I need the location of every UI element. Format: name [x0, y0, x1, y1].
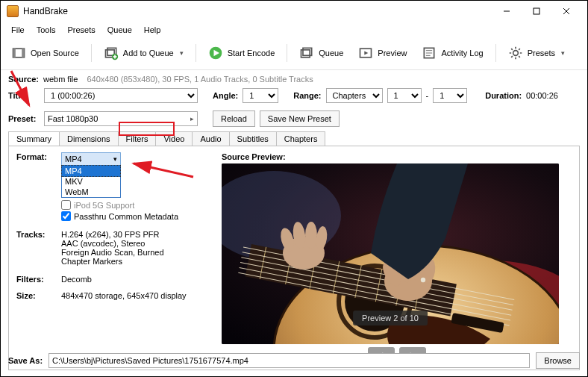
- svg-rect-6: [22, 49, 24, 57]
- save-new-preset-button[interactable]: Save New Preset: [260, 110, 340, 127]
- preset-select[interactable]: Fast 1080p30▸: [44, 111, 198, 126]
- tab-chapters[interactable]: Chapters: [276, 131, 326, 146]
- passthru-checkbox[interactable]: [61, 211, 71, 221]
- open-source-button[interactable]: Open Source: [5, 43, 85, 63]
- angle-select[interactable]: 1: [243, 88, 278, 103]
- duration-label: Duration:: [485, 91, 522, 100]
- svg-rect-1: [534, 8, 539, 14]
- save-as-row: Save As: Browse: [1, 349, 587, 373]
- tab-dimensions[interactable]: Dimensions: [59, 131, 118, 146]
- title-bar: HandBrake: [1, 1, 587, 22]
- tab-filters[interactable]: Filters: [118, 131, 157, 146]
- preset-row: Preset: Fast 1080p30▸ Reload Save New Pr…: [8, 110, 580, 127]
- menu-bar: File Tools Presets Queue Help: [1, 22, 587, 40]
- chevron-down-icon: ▾: [561, 49, 565, 57]
- title-row: Title: 1 (00:00:26) Angle: 1 Range: Chap…: [8, 88, 580, 103]
- menu-presets[interactable]: Presets: [61, 23, 101, 37]
- film-icon: [11, 46, 26, 60]
- preview-button[interactable]: Preview: [352, 43, 413, 63]
- range-dash: -: [426, 91, 429, 100]
- format-option-webm[interactable]: WebM: [62, 187, 120, 197]
- format-select[interactable]: MP4▾: [61, 152, 121, 166]
- preset-label: Preset:: [8, 114, 40, 123]
- source-preview-caption: Source Preview:: [222, 152, 572, 161]
- source-info: 640x480 (853x480), 30 FPS, 1 Audio Track…: [87, 75, 313, 84]
- duration-value: 00:00:26: [526, 91, 558, 100]
- toolbar: Open Source Add to Queue ▾ Start Encode …: [1, 40, 587, 70]
- queue-button[interactable]: Queue: [293, 43, 349, 63]
- menu-help[interactable]: Help: [138, 23, 167, 37]
- tab-summary[interactable]: Summary: [8, 131, 60, 146]
- app-icon: [7, 5, 19, 17]
- save-as-label: Save As:: [8, 356, 43, 365]
- svg-point-56: [421, 278, 425, 282]
- activity-log-button[interactable]: Activity Log: [416, 43, 489, 63]
- app-title: HandBrake: [23, 6, 68, 16]
- browse-button[interactable]: Browse: [536, 352, 580, 369]
- close-button[interactable]: [551, 2, 581, 20]
- minimize-button[interactable]: [492, 2, 522, 20]
- maximize-button[interactable]: [522, 2, 551, 20]
- size-label: Size:: [16, 291, 61, 300]
- tab-subtitles[interactable]: Subtitles: [229, 131, 277, 146]
- title-select[interactable]: 1 (00:00:26): [44, 88, 198, 103]
- title-label: Title:: [8, 91, 40, 100]
- summary-panel: Format: MP4▾ MP4 MKV WebM: [8, 146, 580, 370]
- tracks-list: H.264 (x264), 30 FPS PFR AAC (avcodec), …: [61, 230, 207, 266]
- angle-label: Angle:: [213, 91, 238, 100]
- format-label: Format:: [16, 152, 61, 222]
- menu-tools[interactable]: Tools: [31, 23, 62, 37]
- filters-label: Filters:: [16, 275, 61, 284]
- source-row: Source: webm file 640x480 (853x480), 30 …: [8, 75, 580, 84]
- svg-rect-5: [13, 49, 16, 57]
- play-icon: [208, 46, 223, 60]
- format-dropdown-list: MP4 MKV WebM: [61, 165, 121, 198]
- tab-audio[interactable]: Audio: [192, 131, 229, 146]
- range-to-select[interactable]: 1: [433, 88, 467, 103]
- size-value: 484x470 storage, 645x470 display: [61, 291, 207, 300]
- ipod-label: iPod 5G Support: [74, 201, 134, 210]
- tab-video[interactable]: Video: [155, 131, 193, 146]
- svg-point-49: [305, 222, 317, 249]
- gear-icon: [508, 46, 523, 60]
- chevron-down-icon: ▾: [180, 49, 184, 57]
- save-as-input[interactable]: [49, 353, 530, 368]
- menu-queue[interactable]: Queue: [101, 23, 138, 37]
- source-name: webm file: [43, 75, 78, 84]
- presets-button[interactable]: Presets ▾: [502, 43, 571, 63]
- filters-value: Decomb: [61, 275, 207, 284]
- menu-file[interactable]: File: [5, 23, 31, 37]
- preview-icon: [358, 46, 373, 60]
- svg-point-22: [513, 51, 518, 56]
- queue-add-icon: [104, 46, 119, 60]
- ipod-checkbox[interactable]: [61, 200, 71, 210]
- tracks-label: Tracks:: [16, 230, 61, 266]
- tabs: Summary Dimensions Filters Video Audio S…: [8, 131, 580, 146]
- range-type-select[interactable]: Chapters: [326, 88, 383, 103]
- svg-marker-17: [365, 52, 369, 55]
- source-label: Source:: [8, 75, 39, 84]
- format-option-mkv[interactable]: MKV: [62, 176, 120, 187]
- range-from-select[interactable]: 1: [387, 88, 422, 103]
- reload-button[interactable]: Reload: [213, 110, 255, 127]
- preview-counter: Preview 2 of 10: [353, 311, 428, 325]
- passthru-label: Passthru Common Metadata: [74, 212, 178, 221]
- start-encode-button[interactable]: Start Encode: [202, 43, 281, 63]
- queue-icon: [299, 46, 314, 60]
- add-to-queue-button[interactable]: Add to Queue ▾: [98, 43, 190, 63]
- log-icon: [422, 46, 437, 60]
- format-option-mp4[interactable]: MP4: [61, 165, 121, 177]
- range-label: Range:: [293, 91, 321, 100]
- source-preview-image: Preview 2 of 10: [222, 163, 559, 344]
